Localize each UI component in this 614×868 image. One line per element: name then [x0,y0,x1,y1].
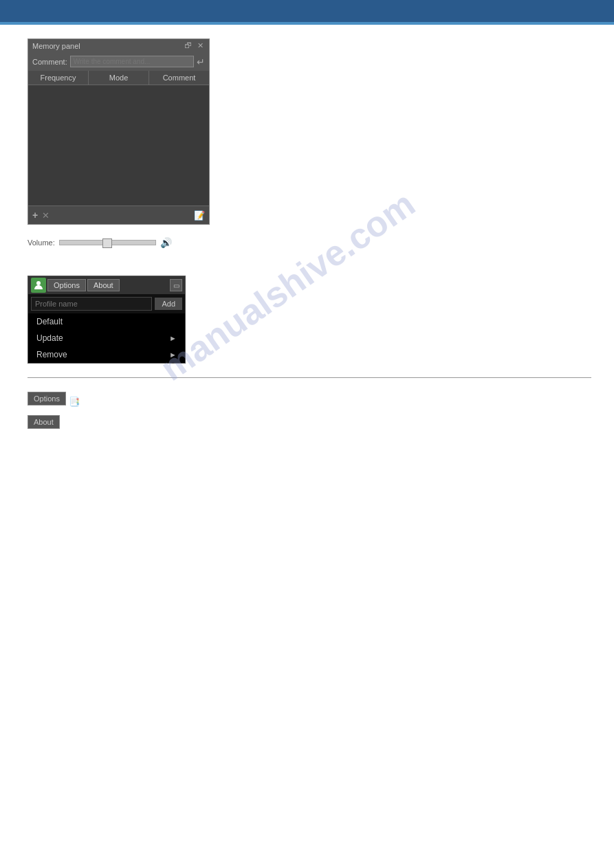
memory-delete-btn[interactable]: ✕ [42,210,50,221]
page-icon: 📑 [69,397,80,407]
profile-options-btn[interactable]: Options [47,279,86,291]
profile-about-btn[interactable]: About [87,279,120,291]
top-header-bar [0,0,614,25]
profile-menu-item-update[interactable]: Update ► [28,330,185,346]
section-divider [28,377,591,378]
profile-name-row: Add [28,294,185,313]
volume-track[interactable] [59,240,156,245]
memory-copy-btn[interactable]: 📝 [194,210,205,221]
minimize-icon: ▭ [173,282,179,289]
memory-panel-restore-btn[interactable]: 🗗 [183,41,193,50]
main-content: Memory panel 🗗 ✕ Comment: ↵ Frequency Mo… [0,25,614,443]
update-arrow-icon: ► [169,334,177,342]
profile-menu-label-default: Default [36,317,63,326]
profile-menu-item-default[interactable]: Default [28,313,185,330]
memory-panel-content [28,85,209,205]
memory-add-btn[interactable]: + [32,210,38,221]
comment-input[interactable] [70,56,194,67]
profile-menu-label-remove: Remove [36,350,67,359]
profile-add-btn[interactable]: Add [155,298,182,310]
tab-comment[interactable]: Comment [149,71,209,85]
profile-avatar-icon [31,278,46,293]
volume-icon[interactable]: 🔊 [160,237,172,248]
memory-panel-close-btn[interactable]: ✕ [196,41,205,50]
memory-panel-title: Memory panel [32,42,80,50]
memory-panel-titlebar: Memory panel 🗗 ✕ [28,39,209,52]
comment-label: Comment: [32,58,67,66]
footer-left-buttons: + ✕ [32,210,50,221]
bottom-section: Options 📑 About [28,392,586,429]
comment-enter-btn[interactable]: ↵ [197,56,205,67]
profile-panel-topbar: Options About ▭ [28,276,185,294]
memory-panel-widget: Memory panel 🗗 ✕ Comment: ↵ Frequency Mo… [28,38,210,225]
tab-frequency[interactable]: Frequency [28,71,89,85]
titlebar-buttons: 🗗 ✕ [183,41,205,50]
memory-panel-footer: + ✕ 📝 [28,205,209,224]
bottom-about-button[interactable]: About [28,415,60,429]
bottom-options-button[interactable]: Options [28,392,66,405]
volume-bar-container: Volume: 🔊 [28,237,172,248]
profile-panel-widget: Options About ▭ Add Default Update ► Rem… [28,276,186,364]
tab-mode[interactable]: Mode [89,71,149,85]
profile-menu-label-update: Update [36,333,63,343]
volume-label: Volume: [28,238,55,247]
volume-thumb[interactable] [102,238,112,248]
profile-minimize-btn[interactable]: ▭ [170,279,182,291]
svg-point-0 [36,281,41,285]
memory-panel-tabs: Frequency Mode Comment [28,71,209,85]
profile-menu-item-remove[interactable]: Remove ► [28,346,185,363]
profile-name-input[interactable] [31,297,152,311]
memory-panel-comment-row: Comment: ↵ [28,52,209,71]
remove-arrow-icon: ► [169,350,177,359]
